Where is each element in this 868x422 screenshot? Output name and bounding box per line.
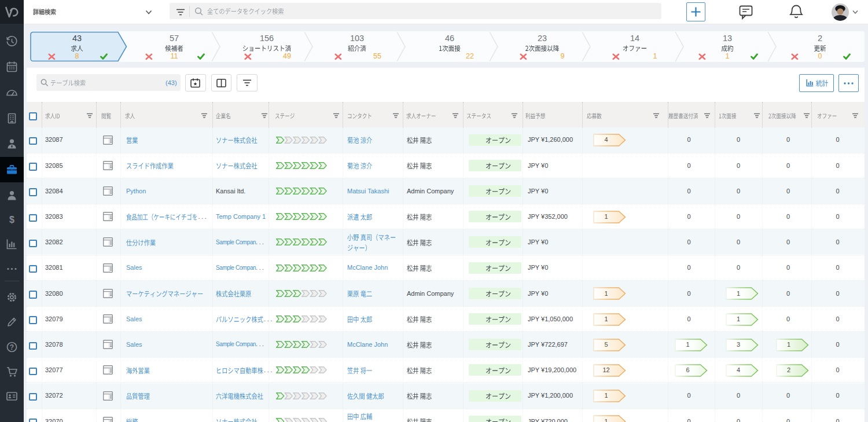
svg-text:?: ? <box>10 343 14 351</box>
svg-text:$: $ <box>9 215 14 225</box>
